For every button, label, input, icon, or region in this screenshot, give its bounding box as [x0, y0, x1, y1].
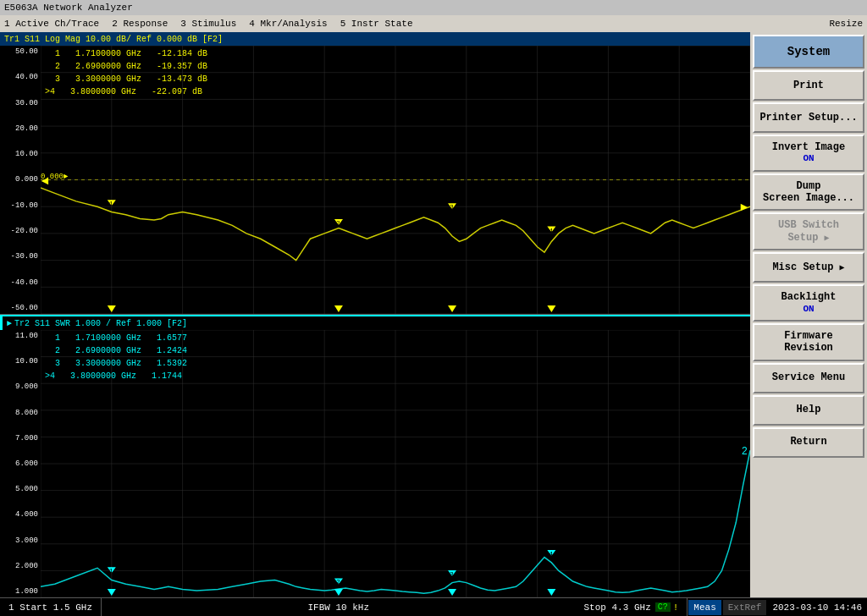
- chart-bottom-marker-info: 1 1.7100000 GHz 1.6577 2 2.6900000 GHz 1…: [45, 332, 187, 382]
- extref-button: ExtRef: [723, 600, 767, 615]
- usb-switch-button[interactable]: USB Switch Setup ▶: [753, 212, 864, 250]
- print-button[interactable]: Print: [753, 70, 864, 101]
- status-bar: 1 Start 1.5 GHz IFBW 10 kHz Stop 4.3 GHz…: [0, 597, 867, 616]
- menu-active-ch[interactable]: 1 Active Ch/Trace: [4, 19, 99, 29]
- status-start: 1 Start 1.5 GHz: [0, 598, 102, 616]
- status-ifbw: IFBW 10 kHz: [102, 598, 575, 616]
- menu-mkr-analysis[interactable]: 4 Mkr/Analysis: [249, 19, 327, 29]
- chart-top-marker-info: 1 1.7100000 GHz -12.184 dB 2 2.6900000 G…: [45, 47, 207, 98]
- system-button[interactable]: System: [753, 35, 864, 69]
- service-menu-button[interactable]: Service Menu: [753, 363, 864, 393]
- datetime-display: 2023-03-10 14:46: [767, 602, 867, 613]
- misc-setup-button[interactable]: Misc Setup ▶: [753, 252, 864, 283]
- title-bar: E5063A Network Analyzer: [0, 0, 867, 15]
- app-title: E5063A Network Analyzer: [4, 3, 133, 13]
- chart-bottom: ► Tr2 S11 SWR 1.000 / Ref 1.000 [F2] 11.…: [0, 315, 750, 597]
- menu-response[interactable]: 2 Response: [112, 19, 168, 29]
- warning-indicator: !: [673, 602, 679, 613]
- channel-indicator: C?: [655, 602, 671, 612]
- meas-button[interactable]: Meas: [688, 600, 721, 615]
- menu-bar: 1 Active Ch/Trace 2 Response 3 Stimulus …: [0, 15, 867, 32]
- return-button[interactable]: Return: [753, 427, 864, 458]
- menu-instr-state[interactable]: 5 Instr State: [340, 19, 413, 29]
- dump-screen-button[interactable]: Dump Screen Image...: [753, 173, 864, 212]
- invert-image-button[interactable]: Invert Image ON: [753, 135, 864, 172]
- firmware-revision-button[interactable]: Firmware Revision: [753, 323, 864, 361]
- chart-top-title: Tr1 S11 Log Mag 10.00 dB/ Ref 0.000 dB […: [0, 32, 750, 46]
- chart-bottom-yaxis: 11.00 10.00 9.000 8.000 7.000 6.000 5.00…: [0, 330, 41, 597]
- printer-setup-button[interactable]: Printer Setup...: [753, 102, 864, 133]
- menu-stimulus[interactable]: 3 Stimulus: [180, 19, 236, 29]
- status-right-group: Meas ExtRef 2023-03-10 14:46: [688, 598, 867, 616]
- chart-bottom-title: ► Tr2 S11 SWR 1.000 / Ref 1.000 [F2]: [0, 316, 750, 330]
- help-button[interactable]: Help: [753, 395, 864, 426]
- chart-area: Tr1 S11 Log Mag 10.00 dB/ Ref 0.000 dB […: [0, 32, 750, 597]
- backlight-button[interactable]: Backlight ON: [753, 284, 864, 322]
- right-panel: System Print Printer Setup... Invert Ima…: [750, 32, 867, 597]
- resize-button[interactable]: Resize: [829, 19, 863, 29]
- chart-top: Tr1 S11 Log Mag 10.00 dB/ Ref 0.000 dB […: [0, 32, 750, 315]
- main-area: Tr1 S11 Log Mag 10.00 dB/ Ref 0.000 dB […: [0, 32, 867, 597]
- chart-top-yaxis: 50.00 40.00 30.00 20.00 10.00 0.000 -10.…: [0, 46, 41, 314]
- status-stop: Stop 4.3 GHz C? !: [576, 598, 688, 616]
